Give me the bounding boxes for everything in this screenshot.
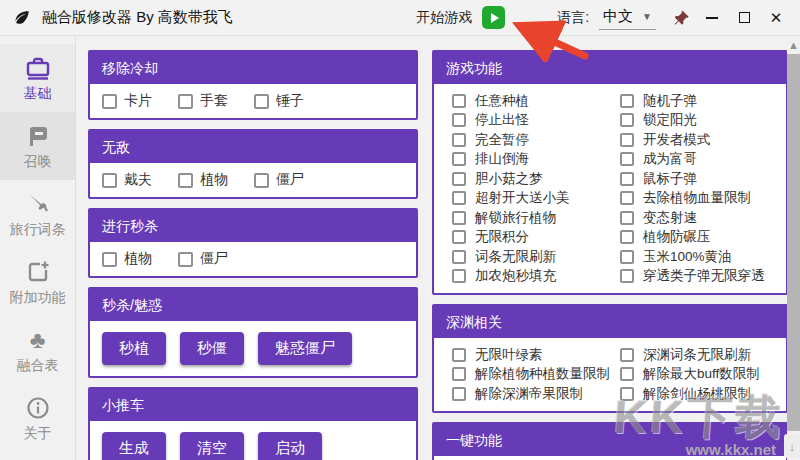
- checkbox-item[interactable]: 无限叶绿素: [452, 345, 620, 365]
- checkbox[interactable]: [178, 252, 193, 267]
- checkbox[interactable]: [452, 250, 466, 264]
- checkbox-item[interactable]: 无限积分: [452, 228, 620, 248]
- checkbox-item[interactable]: 玉米100%黄油: [620, 247, 765, 267]
- checkbox-item[interactable]: 解锁旅行植物: [452, 208, 620, 228]
- checkbox[interactable]: [620, 113, 634, 127]
- checkbox-item[interactable]: 鼠标子弹: [620, 169, 765, 189]
- sidebar-item-about[interactable]: 关于: [0, 384, 75, 452]
- checkbox[interactable]: [620, 269, 634, 283]
- checkbox[interactable]: [452, 152, 466, 166]
- checkbox[interactable]: [452, 191, 466, 205]
- sidebar-item-travel-entries[interactable]: 旅行词条: [0, 180, 75, 248]
- cart-clear-button[interactable]: 清空: [180, 432, 244, 460]
- charm-zombies-button[interactable]: 魅惑僵尸: [258, 332, 352, 365]
- scrollbar-thumb[interactable]: [787, 54, 800, 431]
- checkbox-item[interactable]: 植物防碾压: [620, 228, 765, 248]
- checkbox-label: 解锁旅行植物: [475, 209, 556, 227]
- checkbox-item[interactable]: 成为富哥: [620, 150, 765, 170]
- checkbox-item[interactable]: 僵尸: [254, 171, 304, 189]
- checkbox[interactable]: [254, 173, 269, 188]
- checkbox[interactable]: [102, 94, 117, 109]
- checkbox[interactable]: [620, 191, 634, 205]
- checkbox-item[interactable]: 解除植物种植数量限制: [452, 365, 620, 385]
- checkbox[interactable]: [620, 152, 634, 166]
- checkbox-item[interactable]: 排山倒海: [452, 150, 620, 170]
- checkbox[interactable]: [452, 113, 466, 127]
- checkbox-item[interactable]: 手套: [178, 92, 228, 110]
- scroll-up-icon[interactable]: ▲: [787, 36, 800, 54]
- cart-generate-button[interactable]: 生成: [102, 432, 166, 460]
- checkbox[interactable]: [452, 367, 466, 381]
- checkbox[interactable]: [620, 348, 634, 362]
- checkbox-item[interactable]: 锁定阳光: [620, 111, 765, 131]
- checkbox[interactable]: [452, 387, 466, 401]
- language-dropdown[interactable]: 中文 ▼: [599, 6, 656, 30]
- pin-icon: [674, 9, 690, 27]
- checkbox[interactable]: [452, 348, 466, 362]
- checkbox-label: 超射开大送小美: [475, 189, 570, 207]
- checkbox[interactable]: [102, 173, 117, 188]
- checkbox[interactable]: [452, 230, 466, 244]
- checkbox-item[interactable]: 胆小菇之梦: [452, 169, 620, 189]
- checkbox-label: 解除深渊帝果限制: [475, 385, 583, 403]
- checkbox[interactable]: [620, 387, 634, 401]
- checkbox-item[interactable]: 开发者模式: [620, 130, 765, 150]
- checkbox[interactable]: [620, 230, 634, 244]
- checkbox-item[interactable]: 植物: [178, 171, 228, 189]
- minimize-button[interactable]: [696, 3, 728, 33]
- kill-plants-button[interactable]: 秒植: [102, 332, 166, 365]
- pin-button[interactable]: [674, 9, 690, 27]
- checkbox[interactable]: [452, 172, 466, 186]
- checkbox[interactable]: [620, 211, 634, 225]
- checkbox[interactable]: [620, 367, 634, 381]
- checkbox-item[interactable]: 深渊词条无限刷新: [620, 345, 760, 365]
- checkbox[interactable]: [102, 252, 117, 267]
- checkbox[interactable]: [178, 94, 193, 109]
- vertical-scrollbar[interactable]: ▲ ↓: [787, 36, 800, 460]
- checkbox[interactable]: [620, 133, 634, 147]
- maximize-button[interactable]: [728, 3, 760, 33]
- panel-title: 深渊相关: [434, 306, 786, 338]
- checkbox-item[interactable]: 解除深渊帝果限制: [452, 384, 620, 404]
- close-button[interactable]: ✕: [760, 3, 792, 33]
- checkbox-item[interactable]: 去除植物血量限制: [620, 189, 765, 209]
- checkbox[interactable]: [452, 133, 466, 147]
- sidebar-item-basic[interactable]: 基础: [0, 44, 75, 112]
- checkbox-item[interactable]: 任意种植: [452, 91, 620, 111]
- start-game-play-button[interactable]: [482, 6, 505, 29]
- scroll-down-icon[interactable]: ↓: [784, 434, 800, 458]
- checkbox[interactable]: [452, 211, 466, 225]
- checkbox-item[interactable]: 词条无限刷新: [452, 247, 620, 267]
- checkbox-item[interactable]: 随机子弹: [620, 91, 765, 111]
- checkbox-label: 僵尸: [200, 250, 228, 268]
- checkbox-item[interactable]: 变态射速: [620, 208, 765, 228]
- checkbox-item[interactable]: 解除最大buff数限制: [620, 365, 760, 385]
- cart-launch-button[interactable]: 启动: [258, 432, 322, 460]
- checkbox[interactable]: [620, 250, 634, 264]
- checkbox[interactable]: [620, 94, 634, 108]
- checkbox-item[interactable]: 加农炮秒填充: [452, 267, 620, 287]
- add-box-icon: [26, 258, 50, 284]
- checkbox-item[interactable]: 停止出怪: [452, 111, 620, 131]
- checkbox[interactable]: [254, 94, 269, 109]
- flag-icon: [26, 122, 50, 148]
- checkbox[interactable]: [178, 173, 193, 188]
- checkbox[interactable]: [452, 269, 466, 283]
- kill-zombies-button[interactable]: 秒僵: [180, 332, 244, 365]
- checkbox-item[interactable]: 解除剑仙杨桃限制: [620, 384, 760, 404]
- checkbox-item[interactable]: 植物: [102, 250, 152, 268]
- sidebar-item-fusion-table[interactable]: ♣ 融合表: [0, 316, 75, 384]
- checkbox[interactable]: [620, 172, 634, 186]
- checkbox-item[interactable]: 锤子: [254, 92, 304, 110]
- checkbox-item[interactable]: 完全暂停: [452, 130, 620, 150]
- checkbox-item[interactable]: 僵尸: [178, 250, 228, 268]
- sidebar-item-summon[interactable]: 召唤: [0, 112, 75, 180]
- checkbox-item[interactable]: 穿透类子弹无限穿透: [620, 267, 765, 287]
- checkbox-item[interactable]: 戴夫: [102, 171, 152, 189]
- sidebar-item-extra-features[interactable]: 附加功能: [0, 248, 75, 316]
- panel-title: 秒杀/魅惑: [90, 289, 416, 321]
- checkbox-label: 玉米100%黄油: [643, 248, 732, 266]
- checkbox-item[interactable]: 卡片: [102, 92, 152, 110]
- checkbox[interactable]: [452, 94, 466, 108]
- checkbox-item[interactable]: 超射开大送小美: [452, 189, 620, 209]
